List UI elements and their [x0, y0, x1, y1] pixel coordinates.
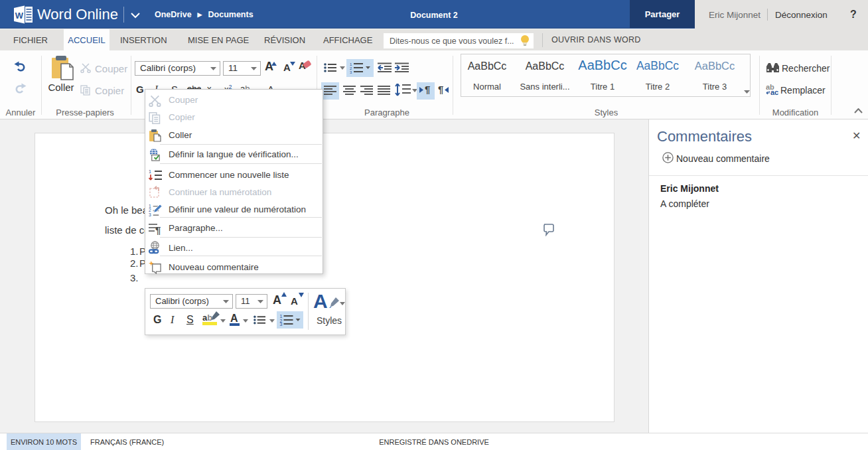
svg-text:3: 3 [280, 322, 283, 326]
svg-text:ac: ac [770, 88, 778, 96]
svg-text:3: 3 [149, 212, 151, 216]
svg-text:1: 1 [350, 62, 352, 66]
svg-text:¶: ¶ [155, 224, 161, 235]
svg-text:1: 1 [149, 169, 151, 174]
svg-text:3: 3 [350, 70, 352, 74]
